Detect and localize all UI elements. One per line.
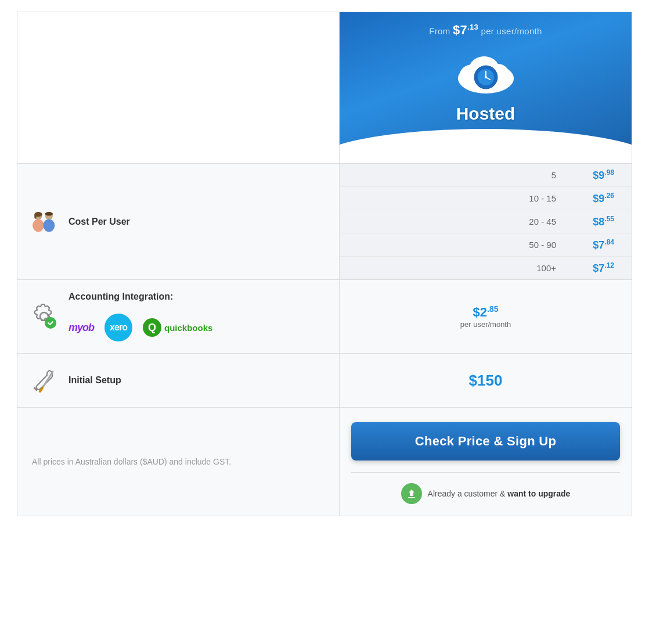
upgrade-icon	[401, 483, 422, 504]
price-highlight: $7.13	[453, 23, 478, 37]
cost-per-user-right: 5 $9.98 10 - 15 $9.26 20 - 45 $8.55 50 -…	[340, 164, 632, 279]
tier-users-1: 5	[510, 170, 556, 180]
accounting-per: per user/month	[460, 320, 511, 329]
tier-row-4: 50 - 90 $7.84	[340, 233, 632, 257]
svg-rect-12	[34, 214, 36, 218]
cost-per-user-label: Cost Per User	[68, 217, 130, 227]
pricing-table: From $7.13 per user/month	[17, 12, 632, 516]
tier-price-2: $9.26	[574, 192, 614, 205]
cta-row: All prices in Australian dollars ($AUD) …	[17, 408, 632, 516]
accounting-right-cell: $2.85 per user/month	[340, 280, 632, 353]
disclaimer-text: All prices in Australian dollars ($AUD) …	[32, 455, 231, 468]
setup-right-cell: $150	[340, 354, 632, 407]
accounting-label: Accounting Integration:	[68, 292, 212, 302]
upgrade-text: Already a customer & want to upgrade	[428, 489, 571, 498]
tier-users-3: 20 - 45	[510, 217, 556, 226]
svg-point-16	[45, 317, 56, 329]
tier-row-5: 100+ $7.12	[340, 257, 632, 279]
setup-row: Initial Setup $150	[17, 354, 632, 408]
cloud-icon	[454, 48, 518, 97]
tier-price-4: $7.84	[574, 238, 614, 251]
accounting-logos: myob xero Q quickbooks	[68, 314, 212, 341]
svg-point-10	[33, 219, 44, 232]
svg-point-14	[43, 219, 55, 232]
tier-price-3: $8.55	[574, 215, 614, 228]
setup-left: Initial Setup	[17, 354, 340, 407]
svg-point-15	[45, 211, 53, 215]
tier-users-4: 50 - 90	[510, 240, 556, 250]
users-icon	[29, 207, 59, 237]
header-row: From $7.13 per user/month	[17, 12, 632, 164]
quickbooks-logo: Q quickbooks	[143, 318, 212, 337]
header-right: From $7.13 per user/month	[340, 12, 632, 163]
upgrade-link[interactable]: want to upgrade	[507, 489, 570, 498]
from-price-text: From $7.13 per user/month	[429, 23, 542, 38]
check-price-button[interactable]: Check Price & Sign Up	[351, 422, 620, 460]
wrench-icon	[29, 365, 59, 395]
tier-users-5: 100+	[510, 263, 556, 273]
svg-rect-19	[408, 497, 415, 498]
setup-price: $150	[469, 372, 503, 390]
cost-per-user-row: Cost Per User 5 $9.98 10 - 15 $9.26 20 -…	[17, 164, 632, 280]
product-name: Hosted	[456, 104, 515, 124]
cta-cell: Check Price & Sign Up Already a customer…	[340, 408, 632, 516]
setup-label: Initial Setup	[68, 375, 121, 386]
qb-text: quickbooks	[164, 323, 212, 333]
gear-icon	[29, 301, 59, 332]
tier-users-2: 10 - 15	[510, 193, 556, 203]
accounting-price: $2.85	[473, 304, 499, 320]
accounting-row: Accounting Integration: myob xero Q quic…	[17, 280, 632, 354]
svg-point-8	[485, 76, 487, 78]
cost-per-user-left: Cost Per User	[17, 164, 340, 279]
header-left	[17, 12, 340, 163]
upgrade-section: Already a customer & want to upgrade	[351, 472, 620, 516]
accounting-left-cell: Accounting Integration: myob xero Q quic…	[17, 280, 340, 353]
accounting-content: Accounting Integration: myob xero Q quic…	[68, 292, 212, 341]
tier-row-3: 20 - 45 $8.55	[340, 210, 632, 233]
xero-logo: xero	[104, 314, 132, 341]
tier-row-2: 10 - 15 $9.26	[340, 187, 632, 210]
myob-logo: myob	[68, 322, 94, 334]
disclaimer-cell: All prices in Australian dollars ($AUD) …	[17, 408, 340, 516]
tier-price-1: $9.98	[574, 168, 614, 182]
tier-price-5: $7.12	[574, 261, 614, 275]
qb-icon: Q	[143, 318, 161, 337]
tier-row-1: 5 $9.98	[340, 164, 632, 187]
